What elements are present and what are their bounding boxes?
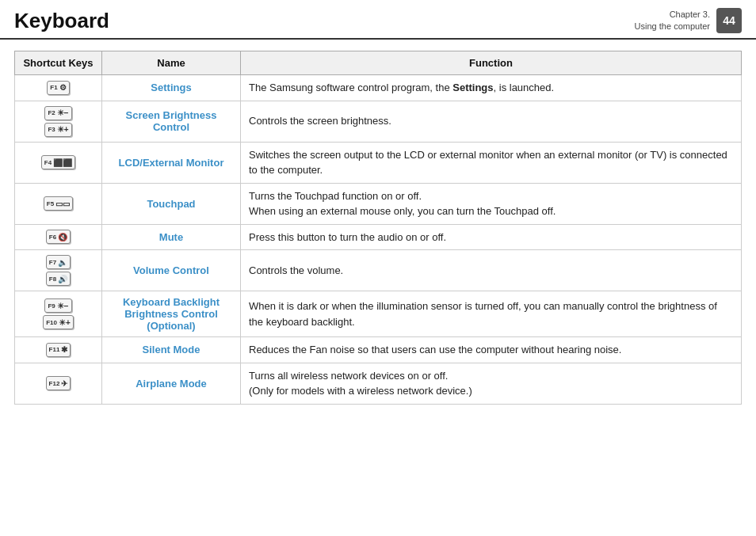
- function-cell-airplane-mode: Turns all wireless network devices on or…: [241, 363, 742, 404]
- table-row-keyboard-backlight: F9☀−F10☀+Keyboard Backlight Brightness C…: [15, 291, 742, 337]
- page-title: Keyboard: [14, 9, 109, 33]
- name-cell-touchpad: Touchpad: [102, 183, 241, 224]
- name-cell-mute: Mute: [102, 224, 241, 250]
- name-cell-keyboard-backlight: Keyboard Backlight Brightness Control (O…: [102, 291, 241, 337]
- shortcut-cell-silent-mode: F11✱: [15, 337, 102, 363]
- shortcut-cell-airplane-mode: F12✈: [15, 363, 102, 404]
- key-badge-f12: F12✈: [46, 376, 71, 390]
- col-header-function: Function: [241, 51, 742, 75]
- shortcut-cell-settings: F1⚙: [15, 75, 102, 101]
- shortcut-cell-screen-brightness: F2☀−F3☀+: [15, 101, 102, 142]
- table-row-volume: F7🔈F8🔊Volume ControlControls the volume.: [15, 250, 742, 291]
- key-badge-f5: F5▭▭: [44, 196, 73, 211]
- shortcut-cell-mute: F6🔇: [15, 224, 102, 250]
- function-cell-mute: Press this button to turn the audio on o…: [241, 224, 742, 250]
- table-row-silent-mode: F11✱Silent ModeReduces the Fan noise so …: [15, 337, 742, 363]
- key-badge-f3: F3☀+: [44, 123, 71, 137]
- name-cell-lcd-external: LCD/External Monitor: [102, 142, 241, 183]
- chapter-line2: Using the computer: [635, 21, 710, 32]
- page-header: Keyboard Chapter 3. Using the computer 4…: [0, 0, 756, 40]
- function-cell-keyboard-backlight: When it is dark or when the illumination…: [241, 291, 742, 337]
- table-row-lcd-external: F4⬛⬛LCD/External MonitorSwitches the scr…: [15, 142, 742, 183]
- table-row-airplane-mode: F12✈Airplane ModeTurns all wireless netw…: [15, 363, 742, 404]
- function-cell-touchpad: Turns the Touchpad function on or off.Wh…: [241, 183, 742, 224]
- chapter-info: Chapter 3. Using the computer 44: [635, 8, 742, 33]
- key-badge-f11: F11✱: [46, 343, 71, 357]
- function-cell-settings: The Samsung software control program, th…: [241, 75, 742, 101]
- function-cell-silent-mode: Reduces the Fan noise so that users can …: [241, 337, 742, 363]
- function-cell-screen-brightness: Controls the screen brightness.: [241, 101, 742, 142]
- table-row-touchpad: F5▭▭TouchpadTurns the Touchpad function …: [15, 183, 742, 224]
- table-row-settings: F1⚙SettingsThe Samsung software control …: [15, 75, 742, 101]
- key-badge-f1: F1⚙: [47, 81, 69, 95]
- page-number-badge: 44: [716, 8, 742, 33]
- function-cell-lcd-external: Switches the screen output to the LCD or…: [241, 142, 742, 183]
- chapter-line1: Chapter 3.: [635, 9, 710, 21]
- table-row-mute: F6🔇MutePress this button to turn the aud…: [15, 224, 742, 250]
- name-cell-silent-mode: Silent Mode: [102, 337, 241, 363]
- shortcut-cell-keyboard-backlight: F9☀−F10☀+: [15, 291, 102, 337]
- shortcut-cell-touchpad: F5▭▭: [15, 183, 102, 224]
- main-content: Shortcut Keys Name Function F1⚙SettingsT…: [0, 40, 756, 416]
- shortcut-cell-volume: F7🔈F8🔊: [15, 250, 102, 291]
- function-cell-volume: Controls the volume.: [241, 250, 742, 291]
- col-header-shortcut: Shortcut Keys: [15, 51, 102, 75]
- name-cell-settings: Settings: [102, 75, 241, 101]
- table-row-screen-brightness: F2☀−F3☀+Screen Brightness ControlControl…: [15, 101, 742, 142]
- key-badge-f10: F10☀+: [43, 315, 74, 329]
- key-badge-f2: F2☀−: [44, 106, 71, 120]
- chapter-text: Chapter 3. Using the computer: [635, 9, 710, 33]
- key-badge-f4: F4⬛⬛: [41, 155, 75, 169]
- col-header-name: Name: [102, 51, 241, 75]
- name-cell-volume: Volume Control: [102, 250, 241, 291]
- shortcut-cell-lcd-external: F4⬛⬛: [15, 142, 102, 183]
- name-cell-screen-brightness: Screen Brightness Control: [102, 101, 241, 142]
- key-badge-f8: F8🔊: [46, 272, 71, 286]
- shortcut-table: Shortcut Keys Name Function F1⚙SettingsT…: [14, 51, 742, 405]
- table-header-row: Shortcut Keys Name Function: [15, 51, 742, 75]
- key-badge-f6: F6🔇: [46, 230, 71, 244]
- name-cell-airplane-mode: Airplane Mode: [102, 363, 241, 404]
- key-badge-f7: F7🔈: [46, 255, 71, 269]
- key-badge-f9: F9☀−: [44, 298, 71, 313]
